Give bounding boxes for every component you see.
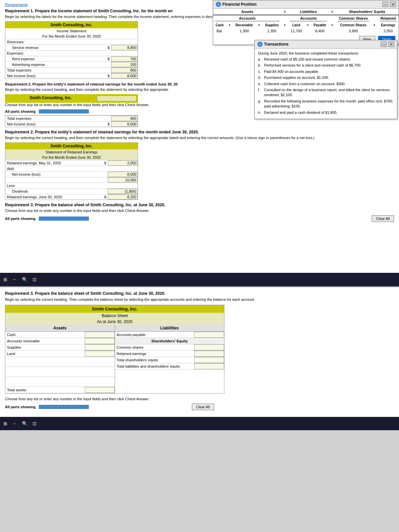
progress-bar-req3 (39, 217, 89, 221)
fp-minimize-button[interactable]: — (382, 2, 388, 7)
fp-close-button[interactable]: ✕ (390, 2, 396, 7)
trans-item-f: f. Consulted on the design of a business… (258, 88, 394, 98)
re-heading-dropdown[interactable] (97, 95, 137, 101)
trans-minimize-button[interactable]: — (381, 42, 387, 47)
cash-value: 1,300 (233, 28, 256, 34)
total-shareholders-input[interactable] (194, 357, 224, 363)
clear-all-button-top[interactable]: Clear All (372, 215, 394, 222)
fp-controls: — ✕ (382, 2, 396, 7)
expenses-label: Expenses: (5, 51, 138, 56)
accounts-payable-label: Accounts payable (115, 332, 195, 338)
land-input[interactable] (85, 351, 115, 357)
supplies-input[interactable] (85, 344, 115, 350)
retained-earnings-row: Retained earnings (115, 351, 224, 357)
windows-icon-top[interactable]: ⊞ (3, 277, 7, 282)
bs-title: Balance Sheet (5, 313, 224, 319)
retained-earnings-label: Retained earnings (115, 351, 195, 357)
retained-may-label: Retained earnings, May 31, 2020 (5, 160, 103, 166)
net-income-re-row: Net income (loss) (5, 171, 138, 177)
cortana-icon-bottom[interactable]: ⊡ (33, 421, 37, 426)
service-revenue-input[interactable] (111, 45, 138, 50)
total-liabilities-shareholders-label: Total liabilities and shareholders' equi… (115, 363, 195, 369)
assets-col-header: Assets (5, 325, 115, 332)
parts-showing-bottom: All parts showing (5, 405, 36, 409)
payable-value: 8,400 (311, 28, 329, 34)
earnings-col-header: Earnings (378, 22, 399, 28)
common-shares-input[interactable] (194, 344, 224, 350)
total-shareholders-row: Total shareholders' equity (115, 357, 224, 363)
add-label: Add: (5, 166, 138, 171)
fp-table: Assets = Liabilities + Shareholders' Equ… (213, 9, 399, 34)
total-assets-row: Total assets (5, 387, 115, 393)
shares-col-header: Common Shares (335, 22, 371, 28)
trans-title-bar: i Transactions — ✕ (255, 40, 397, 49)
cash-col-header: Cash (213, 22, 226, 28)
taskbar-bottom: ⊞ ← 🔍 ⊡ (0, 417, 399, 430)
bal-label: Bal. (213, 28, 226, 34)
total-expenses-bottom-input[interactable] (111, 116, 138, 121)
retained-june-input[interactable] (108, 194, 138, 200)
fp-title-bar: i Financial Position — ✕ (213, 0, 399, 9)
land-value: 11,700 (288, 28, 304, 34)
back-icon-bottom[interactable]: ← (12, 421, 17, 426)
subtotal-input[interactable] (108, 177, 138, 183)
retained-earnings-input[interactable] (194, 351, 224, 357)
financial-position-popup: i Financial Position — ✕ Assets = Liabil… (213, 0, 399, 45)
retained-earnings-table: Smith Consulting, Inc. Statement of Reta… (5, 142, 138, 200)
retained-june-row: Retained earnings, June 30, 2020 $ (5, 194, 138, 200)
dividends-input[interactable] (108, 189, 138, 194)
accounts2-header: Accounts (288, 15, 329, 22)
net-income-bottom-input[interactable] (111, 121, 138, 127)
rent-expense-input[interactable] (111, 56, 138, 62)
trans-intro: During June 2020, the business completed… (258, 51, 394, 55)
total-expenses-bottom-row: Total expenses (5, 115, 138, 121)
rent-expense-label: Rent expense (5, 56, 106, 62)
balance-sheet-table: Smith Consulting, Inc. Balance Sheet As … (5, 305, 224, 394)
total-liabilities-shareholders-input[interactable] (194, 363, 224, 369)
search-icon-bottom[interactable]: 🔍 (22, 421, 28, 426)
net-income-input[interactable] (111, 73, 138, 79)
taskbar-top: ⊞ ← 🔍 ⊡ (0, 273, 399, 286)
bottom-section: Requirement 3. Prepare the balance sheet… (0, 287, 399, 417)
advertising-expense-row: Advertising expense (5, 62, 138, 67)
advertising-expense-input[interactable] (111, 62, 138, 67)
service-revenue-label: Service revenue (5, 45, 106, 50)
statement-period: For the Month Ended June 30, 2020 (5, 34, 138, 39)
rent-expense-row: Rent expense $ (5, 56, 138, 62)
shareholders-header: Shareholders' Equity (335, 9, 399, 15)
retained-may-input[interactable] (108, 160, 138, 166)
trans-item-h: h. Declared and paid a cash dividend of … (258, 110, 394, 115)
net-income-re-input[interactable] (108, 172, 138, 177)
accounts-receivable-row: Accounts receivable (5, 338, 115, 344)
req3-heading-bottom: Requirement 3. Prepare the balance sheet… (5, 291, 394, 296)
total-expenses-label: Total expenses (5, 68, 111, 73)
common-header: Common Shares (335, 15, 371, 22)
empty-row1 (5, 357, 115, 367)
trans-close-button[interactable]: ✕ (388, 42, 394, 47)
empty-row3 (5, 377, 115, 387)
req2-heading-full: Requirement 2. Prepare the entity's stat… (5, 130, 394, 134)
total-assets-input[interactable] (85, 387, 115, 393)
cash-label: Cash (5, 332, 85, 338)
cash-input[interactable] (85, 332, 115, 338)
trans-item-c: c. Paid $4,400 on accounts payable. (258, 69, 394, 74)
accounts-payable-input[interactable] (194, 332, 224, 338)
statement-title: Income Statement (5, 28, 138, 34)
shares-value: 3,900 (335, 28, 371, 34)
accounts-receivable-input[interactable] (85, 338, 115, 344)
cortana-icon-top[interactable]: ⊡ (33, 277, 37, 282)
receivable-value: 1,350 (262, 28, 281, 34)
trans-item-d: d. Purchased supplies on account, $1,200… (258, 75, 394, 80)
clear-all-button-bottom[interactable]: Clear All (192, 404, 214, 410)
search-icon-top[interactable]: 🔍 (22, 277, 28, 282)
total-expenses-input[interactable] (111, 68, 138, 73)
assets-column: Assets Cash Accounts receivable Supplies… (5, 325, 115, 393)
windows-icon-bottom[interactable]: ⊞ (3, 421, 7, 426)
accounts-receivable-label: Accounts receivable (5, 338, 85, 344)
trans-info-icon: i (257, 42, 263, 47)
total-shareholders-label: Total shareholders' equity (115, 357, 195, 363)
less-label: Less: (5, 183, 138, 188)
back-icon-top[interactable]: ← (12, 277, 17, 282)
re-company-name: Smith Consulting, Inc. (6, 95, 95, 101)
trans-item-b: b. Performed services for a client and r… (258, 63, 394, 68)
